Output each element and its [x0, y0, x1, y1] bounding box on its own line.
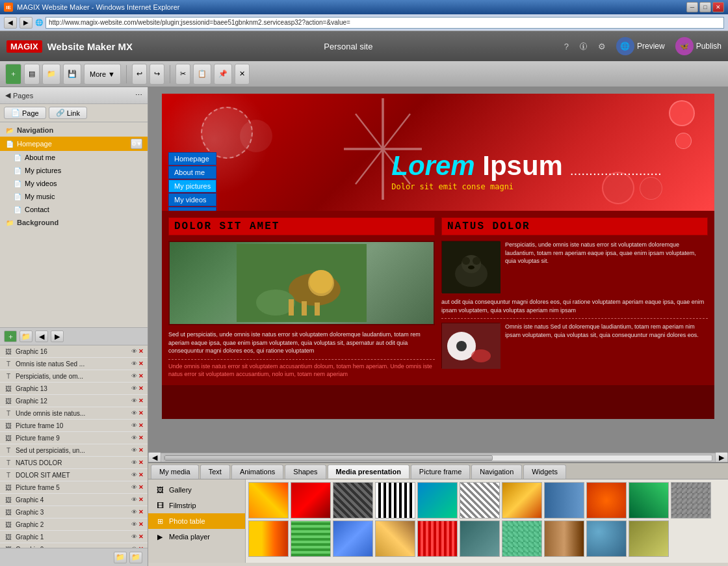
- media-thumb-r4[interactable]: [502, 520, 542, 557]
- layer-visibility-button[interactable]: 👁: [131, 496, 137, 503]
- help-button[interactable]: ?: [564, 42, 569, 51]
- nav-item-homepage[interactable]: Homepage: [168, 152, 216, 165]
- layer-visibility-button[interactable]: 👁: [131, 459, 137, 466]
- media-thumb-13[interactable]: [291, 520, 331, 557]
- open-button[interactable]: 📁: [42, 64, 60, 85]
- homepage-settings-button[interactable]: ⚙▼: [131, 139, 142, 149]
- template-button[interactable]: ▤: [24, 64, 40, 85]
- layer-delete-button[interactable]: ✕: [138, 373, 144, 379]
- layer-graphic12[interactable]: 🖼 Graphic 12 👁 ✕: [0, 395, 148, 407]
- layer-visibility-button[interactable]: 👁: [131, 472, 137, 478]
- layer-delete-button[interactable]: ✕: [138, 496, 144, 503]
- sidebar-item-music[interactable]: 📄 My music: [0, 190, 148, 203]
- tab-navigation[interactable]: Navigation: [471, 465, 522, 479]
- restore-button[interactable]: □: [699, 2, 711, 12]
- layer-visibility-button[interactable]: 👁: [131, 410, 137, 416]
- layer-natusdolor[interactable]: T NATUS DOLOR 👁 ✕: [0, 457, 148, 469]
- hscroll-track[interactable]: [164, 455, 712, 461]
- undo-button[interactable]: ↩: [132, 64, 147, 85]
- tab-widgets[interactable]: Widgets: [523, 465, 566, 479]
- settings-button[interactable]: ⚙: [598, 42, 606, 51]
- delete-button[interactable]: ✕: [235, 64, 250, 85]
- close-button[interactable]: ✕: [712, 2, 724, 12]
- sidebar-item-contact[interactable]: 📄 Contact: [0, 203, 148, 216]
- layer-visibility-button[interactable]: 👁: [131, 360, 137, 367]
- layer-visibility-button[interactable]: 👁: [131, 509, 137, 515]
- sidebar-item-videos[interactable]: 📄 My videos: [0, 177, 148, 190]
- sidebar-item-navigation[interactable]: 📂 Navigation: [0, 124, 148, 137]
- copy-button[interactable]: 📋: [193, 64, 211, 85]
- layer-visibility-button[interactable]: 👁: [131, 435, 137, 441]
- layer-delete-button[interactable]: ✕: [138, 435, 144, 441]
- collapse-icon[interactable]: ◀: [5, 91, 10, 100]
- layer-delete-button[interactable]: ✕: [138, 533, 144, 540]
- media-player-item[interactable]: ▶ Media player: [148, 529, 245, 545]
- layer-delete-button[interactable]: ✕: [138, 410, 144, 416]
- layer-delete-button[interactable]: ✕: [138, 472, 144, 478]
- sidebar-item-background[interactable]: 📁 Background: [0, 216, 148, 229]
- media-thumb-14[interactable]: [333, 520, 373, 557]
- media-thumb-8[interactable]: [544, 482, 584, 519]
- new-button[interactable]: ＋: [5, 64, 21, 85]
- layer-delete-button[interactable]: ✕: [138, 398, 144, 404]
- layer-visibility-button[interactable]: 👁: [131, 385, 137, 392]
- media-thumb-6[interactable]: [460, 482, 500, 519]
- media-thumb-9[interactable]: [586, 482, 627, 519]
- next-button[interactable]: ▶: [51, 330, 64, 342]
- layer-visibility-button[interactable]: 👁: [131, 521, 137, 528]
- layer-delete-button[interactable]: ✕: [138, 459, 144, 466]
- media-phototable-item[interactable]: ⊞ Photo table: [148, 513, 245, 529]
- layer-pictureframe9[interactable]: 🖼 Picture frame 9 👁 ✕: [0, 432, 148, 444]
- layer-delete-button[interactable]: ✕: [138, 360, 144, 367]
- layer-visibility-button[interactable]: 👁: [131, 533, 137, 540]
- add-page-button[interactable]: ＋: [4, 330, 17, 342]
- tab-picture-frame[interactable]: Picture frame: [411, 465, 470, 479]
- layer-delete-button[interactable]: ✕: [138, 348, 144, 355]
- tab-page[interactable]: 📄 Page: [4, 107, 46, 119]
- media-thumb-12[interactable]: [248, 520, 289, 557]
- media-thumb-2[interactable]: [291, 482, 331, 519]
- minimize-button[interactable]: ─: [686, 2, 698, 12]
- tab-my-media[interactable]: My media: [151, 465, 199, 479]
- info-button[interactable]: 🛈: [579, 42, 588, 51]
- layer-graphic3[interactable]: 🖼 Graphic 3 👁 ✕: [0, 506, 148, 519]
- nav-item-videos[interactable]: My videos: [168, 193, 216, 206]
- publish-action[interactable]: 🦋 Publish: [675, 37, 722, 55]
- sidebar-item-homepage[interactable]: 📄 Homepage ⚙▼: [0, 137, 148, 151]
- media-thumb-10[interactable]: [629, 482, 669, 519]
- canvas-area[interactable]: Lorem Ipsum ........................ Dol…: [148, 87, 728, 453]
- more-button[interactable]: More ▼: [84, 64, 121, 85]
- media-thumb-r1[interactable]: [375, 520, 415, 557]
- nav-item-about[interactable]: About me: [168, 166, 216, 179]
- layer-visibility-button[interactable]: 👁: [131, 484, 137, 491]
- canvas-hscrollbar[interactable]: ◀ ▶: [148, 453, 728, 462]
- pages-options-icon[interactable]: ⋯: [135, 91, 142, 100]
- media-filmstrip-item[interactable]: 🎞 Filmstrip: [148, 498, 245, 513]
- layer-graphic1[interactable]: 🖼 Graphic 1 👁 ✕: [0, 531, 148, 543]
- layer-delete-button[interactable]: ✕: [138, 385, 144, 392]
- save-button[interactable]: 💾: [63, 64, 81, 85]
- tab-shapes[interactable]: Shapes: [285, 465, 326, 479]
- media-thumb-r7[interactable]: [629, 520, 669, 557]
- hscroll-thumb[interactable]: [164, 455, 493, 461]
- prev-button[interactable]: ◀: [35, 330, 48, 342]
- paste-button[interactable]: 📌: [214, 64, 232, 85]
- tab-media-presentation[interactable]: Media presentation: [328, 465, 410, 479]
- forward-button[interactable]: ▶: [20, 17, 32, 29]
- layer-graphic16[interactable]: 🖼 Graphic 16 👁 ✕: [0, 345, 148, 358]
- folder-button[interactable]: 📁: [20, 330, 32, 342]
- media-thumb-r5[interactable]: [544, 520, 584, 557]
- redo-button[interactable]: ↪: [150, 64, 164, 85]
- sidebar-item-about[interactable]: 📄 About me: [0, 151, 148, 164]
- layer-dolorsit[interactable]: T DOLOR SIT AMET 👁 ✕: [0, 469, 148, 481]
- media-thumb-5[interactable]: [417, 482, 458, 519]
- layer-delete-button[interactable]: ✕: [138, 422, 144, 429]
- sidebar-item-pictures[interactable]: 📄 My pictures: [0, 164, 148, 177]
- layer-delete-button[interactable]: ✕: [138, 484, 144, 491]
- layer-sedut[interactable]: T Sed ut perspiciatis, un... 👁 ✕: [0, 444, 148, 457]
- media-thumb-r6[interactable]: [586, 520, 627, 557]
- layer-graphic13[interactable]: 🖼 Graphic 13 👁 ✕: [0, 383, 148, 395]
- layer-perspiciatis[interactable]: T Perspiciatis, unde om... 👁 ✕: [0, 370, 148, 383]
- layer-delete-button[interactable]: ✕: [138, 509, 144, 515]
- tab-link[interactable]: 🔗 Link: [49, 107, 87, 119]
